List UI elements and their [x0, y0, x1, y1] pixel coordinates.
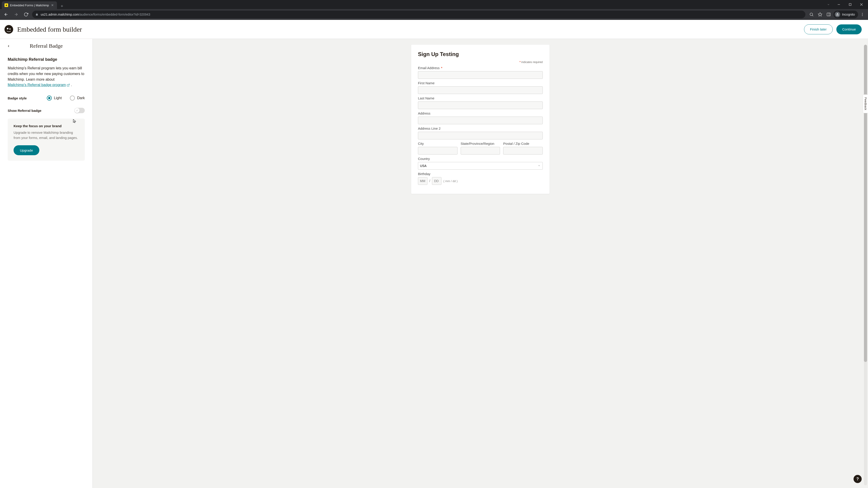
radio-dark[interactable]: Dark: [70, 96, 85, 101]
close-tab-icon[interactable]: ✕: [51, 3, 54, 7]
svg-point-16: [9, 28, 11, 29]
form-title: Sign Up Testing: [418, 51, 543, 57]
settings-sidepanel: Referral Badge Mailchimp Referral badge …: [0, 39, 93, 488]
address-input[interactable]: [418, 117, 543, 124]
label-state: State/Province/Region: [461, 142, 500, 145]
browser-titlebar: ✳ Embedded Forms | Mailchimp ✕ ＋: [0, 0, 868, 9]
forward-icon[interactable]: [12, 11, 20, 18]
incognito-label: Incognito: [842, 13, 855, 16]
radio-light[interactable]: Light: [47, 96, 62, 101]
toggle-knob: [74, 108, 80, 113]
page-viewport: Embedded form builder Finish later Conti…: [0, 20, 868, 488]
upsell-body: Upgrade to remove Mailchimp branding fro…: [13, 130, 79, 140]
label-postal: Postal / Zip Code: [503, 142, 543, 145]
chrome-menu-icon[interactable]: [859, 11, 866, 18]
svg-line-7: [812, 15, 813, 16]
svg-rect-1: [849, 4, 851, 6]
incognito-icon: [835, 12, 840, 17]
label-address2: Address Line 2: [418, 127, 543, 130]
address2-input[interactable]: [418, 132, 543, 139]
svg-point-11: [862, 13, 863, 13]
new-tab-button[interactable]: ＋: [59, 3, 65, 9]
lock-icon: [35, 13, 38, 16]
preview-scroll[interactable]: Sign Up Testing * indicates required Ema…: [93, 39, 868, 488]
back-icon[interactable]: [2, 11, 10, 18]
label-email: Email Address *: [418, 66, 543, 70]
label-city: City: [418, 142, 458, 145]
svg-point-15: [7, 28, 8, 29]
show-badge-toggle[interactable]: [74, 108, 85, 113]
maximize-icon[interactable]: [845, 1, 855, 8]
finish-later-button[interactable]: Finish later: [804, 24, 833, 34]
reload-icon[interactable]: [22, 11, 30, 18]
browser-toolbar: us21.admin.mailchimp.com/audience/forms/…: [0, 9, 868, 20]
search-page-icon[interactable]: [808, 11, 815, 18]
check-icon: [76, 109, 79, 112]
upgrade-button[interactable]: Upgrade: [13, 145, 39, 155]
svg-marker-8: [818, 13, 822, 16]
tab-title: Embedded Forms | Mailchimp: [10, 4, 49, 7]
label-country: Country: [418, 157, 543, 161]
referral-program-link[interactable]: Mailchimp's Referral badge program: [8, 82, 70, 88]
last-name-input[interactable]: [418, 101, 543, 109]
feedback-tab[interactable]: Feedback: [863, 94, 868, 113]
workspace: Referral Badge Mailchimp Referral badge …: [0, 39, 868, 488]
svg-line-17: [68, 84, 69, 86]
badge-style-label: Badge style: [8, 96, 27, 100]
label-birthday: Birthday: [418, 172, 543, 176]
close-window-icon[interactable]: [856, 1, 867, 8]
badge-style-radio-group: Light Dark: [47, 96, 85, 101]
browser-tab-active[interactable]: ✳ Embedded Forms | Mailchimp ✕: [2, 1, 57, 9]
birthday-hint: ( mm / dd ): [443, 180, 458, 183]
window-controls: [823, 0, 868, 9]
svg-point-13: [862, 15, 863, 16]
help-button[interactable]: ?: [854, 475, 862, 483]
mailchimp-favicon: ✳: [4, 3, 8, 7]
external-link-icon: [67, 84, 70, 87]
birthday-day-input[interactable]: [432, 177, 441, 185]
show-badge-label: Show Referral badge: [8, 109, 41, 112]
form-preview-area: Sign Up Testing * indicates required Ema…: [93, 39, 868, 488]
svg-point-12: [862, 14, 863, 15]
minimize-icon[interactable]: [834, 1, 844, 8]
address-bar[interactable]: us21.admin.mailchimp.com/audience/forms/…: [32, 11, 805, 18]
incognito-chip[interactable]: Incognito: [833, 11, 858, 18]
svg-point-14: [4, 25, 13, 34]
panel-back-icon[interactable]: [5, 42, 12, 50]
required-note: * indicates required: [418, 61, 543, 64]
url-text: us21.admin.mailchimp.com/audience/forms/…: [41, 13, 802, 16]
panel-title: Referral Badge: [3, 43, 90, 49]
continue-button[interactable]: Continue: [836, 24, 862, 34]
section-description: Mailchimp's Referral program lets you ea…: [8, 66, 85, 88]
app-header: Embedded form builder Finish later Conti…: [0, 20, 868, 39]
tab-search-icon[interactable]: [824, 1, 833, 8]
signup-form-card: Sign Up Testing * indicates required Ema…: [411, 45, 550, 194]
upsell-card: Keep the focus on your brand Upgrade to …: [8, 119, 85, 161]
birthday-month-input[interactable]: [418, 177, 428, 185]
scrollbar-thumb[interactable]: [864, 45, 867, 362]
birthday-separator: /: [429, 179, 430, 183]
browser-tabs: ✳ Embedded Forms | Mailchimp ✕ ＋: [0, 0, 65, 9]
page-title: Embedded form builder: [17, 26, 82, 33]
svg-rect-9: [827, 13, 831, 16]
state-input[interactable]: [461, 147, 500, 155]
label-first-name: First Name: [418, 81, 543, 85]
bookmark-icon[interactable]: [816, 11, 824, 18]
email-input[interactable]: [418, 71, 543, 79]
postal-input[interactable]: [503, 147, 543, 155]
section-heading: Mailchimp Referral badge: [8, 57, 85, 62]
country-select[interactable]: USA: [418, 162, 543, 170]
svg-point-6: [810, 13, 813, 15]
upsell-title: Keep the focus on your brand: [13, 124, 79, 128]
side-panel-icon[interactable]: [825, 11, 833, 18]
label-last-name: Last Name: [418, 96, 543, 100]
city-input[interactable]: [418, 147, 458, 155]
first-name-input[interactable]: [418, 86, 543, 94]
label-address: Address: [418, 111, 543, 115]
mailchimp-logo-icon: [4, 25, 13, 34]
